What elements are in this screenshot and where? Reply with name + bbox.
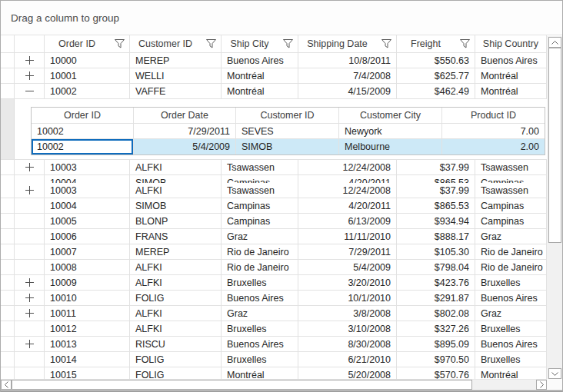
cell-customer-id[interactable]: SIMOB — [130, 175, 222, 183]
filter-icon[interactable] — [455, 39, 475, 48]
filter-icon[interactable] — [278, 39, 298, 48]
detail-cell-customer-id[interactable]: SEVES — [236, 124, 339, 139]
cell-freight[interactable]: $888.17 — [397, 229, 475, 244]
cell-freight[interactable]: $291.87 — [397, 291, 475, 306]
cell-shipping-date[interactable]: 6/21/2010 — [298, 352, 397, 367]
cell-ship-city[interactable]: Campinas — [222, 214, 298, 229]
vertical-scroll-thumb[interactable] — [548, 48, 561, 243]
cell-freight[interactable]: $37.99 — [397, 160, 475, 175]
cell-ship-city[interactable]: Buenos Aires — [222, 291, 298, 306]
cell-freight[interactable]: $798.04 — [397, 260, 475, 275]
current-cell[interactable]: 10002 — [32, 139, 134, 154]
cell-customer-id[interactable]: MEREP — [130, 53, 222, 68]
detail-cell-customer-city[interactable]: Melbourne — [339, 139, 442, 154]
detail-column-header-order-id[interactable]: Order ID — [32, 108, 134, 124]
horizontal-scroll-thumb[interactable] — [12, 380, 472, 390]
cell-ship-city[interactable]: Tsawassen — [222, 183, 298, 198]
cell-ship-country[interactable]: Rio de Janeiro — [475, 244, 547, 260]
detail-column-header-product-id[interactable]: Product ID — [442, 108, 545, 124]
detail-cell-customer-city[interactable]: Newyork — [339, 124, 442, 139]
cell-order-id[interactable]: 10009 — [45, 275, 130, 291]
cell-freight[interactable]: $895.09 — [397, 337, 475, 352]
expand-button[interactable] — [15, 183, 45, 198]
cell-ship-city[interactable]: Buenos Aires — [222, 337, 298, 352]
detail-column-header-customer-city[interactable]: Customer City — [339, 108, 442, 124]
table-row[interactable]: 10006FRANSGraz11/11/2010$888.17Graz — [1, 229, 547, 244]
cell-ship-country[interactable]: Montréal — [475, 84, 547, 99]
cell-ship-city[interactable]: Bruxelles — [222, 275, 298, 291]
selected-row[interactable]: 100025/4/2009SIMOBMelbourne2.00 — [32, 139, 545, 154]
detail-cell-customer-id[interactable]: SIMOB — [236, 139, 339, 154]
cell-ship-country[interactable]: Bruxelles — [475, 352, 547, 367]
cell-customer-id[interactable]: SIMOB — [130, 198, 222, 214]
column-header-customer-id[interactable]: Customer ID — [130, 35, 222, 53]
cell-ship-city[interactable]: Buenos Aires — [222, 53, 298, 68]
cell-ship-city[interactable]: Rio de Janeiro — [222, 244, 298, 260]
detail-cell-order-date[interactable]: 5/4/2009 — [134, 139, 236, 154]
vertical-scrollbar[interactable] — [547, 36, 563, 379]
cell-freight[interactable]: $570.76 — [397, 367, 475, 379]
cell-order-id[interactable]: 10005 — [45, 214, 130, 229]
detail-column-header-customer-id[interactable]: Customer ID — [236, 108, 339, 124]
cell-shipping-date[interactable]: 4/20/2011 — [298, 198, 397, 214]
cell-ship-country[interactable]: Buenos Aires — [475, 53, 547, 68]
column-header-order-id[interactable]: Order ID — [45, 35, 130, 53]
table-row[interactable]: 10002VAFFEMontréal4/15/2009$462.49Montré… — [1, 84, 547, 99]
cell-order-id[interactable]: 10013 — [45, 337, 130, 352]
cell-order-id[interactable]: 10008 — [45, 260, 130, 275]
collapse-button[interactable] — [15, 84, 45, 99]
cell-shipping-date[interactable]: 3/20/2010 — [298, 275, 397, 291]
cell-shipping-date[interactable]: 7/29/2011 — [298, 244, 397, 260]
cell-customer-id[interactable]: VAFFE — [130, 84, 222, 99]
cell-order-id[interactable]: 10004 — [45, 175, 130, 183]
expand-button[interactable] — [15, 291, 45, 306]
scroll-right-button[interactable] — [536, 380, 547, 390]
cell-order-id[interactable]: 10003 — [45, 183, 130, 198]
cell-ship-city[interactable]: Graz — [222, 229, 298, 244]
expand-button[interactable] — [15, 53, 45, 68]
cell-order-id[interactable]: 10002 — [45, 84, 130, 99]
cell-order-id[interactable]: 10006 — [45, 229, 130, 244]
cell-ship-city[interactable]: Bruxelles — [222, 352, 298, 367]
cell-shipping-date[interactable]: 5/20/2008 — [298, 367, 397, 379]
cell-freight[interactable]: $625.77 — [397, 68, 475, 84]
cell-customer-id[interactable]: FOLIG — [130, 367, 222, 379]
table-row[interactable]: 10005BLONPCampinas6/13/2009$934.94Campin… — [1, 214, 547, 229]
cell-ship-city[interactable]: Montréal — [222, 84, 298, 99]
cell-ship-country[interactable]: Bruxelles — [475, 321, 547, 337]
cell-freight[interactable]: $462.49 — [397, 84, 475, 99]
cell-shipping-date[interactable]: 12/24/2008 — [298, 160, 397, 175]
cell-freight[interactable]: $105.30 — [397, 244, 475, 260]
table-row[interactable]: 10011ALFKIGraz3/8/2008$802.08Graz — [1, 306, 547, 321]
expand-button[interactable] — [15, 337, 45, 352]
table-row[interactable]: 10012ALFKIBruxelles3/10/2008$327.26Bruxe… — [1, 321, 547, 337]
cell-ship-country[interactable]: Campinas — [475, 214, 547, 229]
cell-customer-id[interactable]: FRANS — [130, 229, 222, 244]
cell-ship-country[interactable]: Graz — [475, 229, 547, 244]
detail-cell-product-id[interactable]: 2.00 — [442, 139, 545, 154]
cell-ship-city[interactable]: Graz — [222, 306, 298, 321]
scroll-up-button[interactable] — [548, 37, 561, 48]
cell-freight[interactable]: $802.08 — [397, 306, 475, 321]
cell-ship-country[interactable]: Graz — [475, 306, 547, 321]
cell-order-id[interactable]: 10012 — [45, 321, 130, 337]
table-row[interactable]: 10004SIMOBCampinas4/20/2011$865.53Campin… — [1, 198, 547, 214]
expand-button[interactable] — [15, 160, 45, 175]
table-row[interactable]: 10003ALFKITsawassen12/24/2008$37.99Tsawa… — [1, 160, 547, 175]
cell-ship-country[interactable]: Bruxelles — [475, 275, 547, 291]
table-row[interactable]: 100027/29/2011SEVESNewyork7.00 — [32, 124, 545, 139]
filter-icon[interactable] — [109, 39, 129, 48]
column-header-shipping-date[interactable]: Shipping Date — [298, 35, 397, 53]
cell-customer-id[interactable]: BLONP — [130, 214, 222, 229]
cell-ship-country[interactable]: Montréal — [475, 68, 547, 84]
cell-ship-country[interactable]: Tsawassen — [475, 160, 547, 175]
cell-shipping-date[interactable]: 7/4/2008 — [298, 68, 397, 84]
table-row[interactable]: 10000MEREPBuenos Aires10/8/2011$550.63Bu… — [1, 53, 547, 68]
cell-shipping-date[interactable]: 10/1/2010 — [298, 291, 397, 306]
cell-shipping-date[interactable]: 4/20/2011 — [298, 175, 397, 183]
cell-customer-id[interactable]: ALFKI — [130, 321, 222, 337]
cell-order-id[interactable]: 10015 — [45, 367, 130, 379]
scroll-left-button[interactable] — [1, 380, 12, 390]
cell-ship-country[interactable]: Campinas — [475, 175, 547, 183]
detail-cell-order-date[interactable]: 7/29/2011 — [134, 124, 236, 139]
